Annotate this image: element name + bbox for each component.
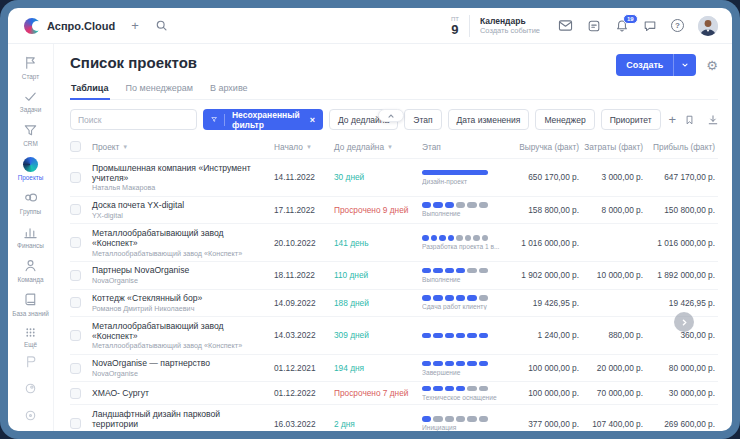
help-icon[interactable]: ? [671, 19, 684, 32]
tab-в-архиве[interactable]: В архиве [209, 83, 249, 99]
table-row[interactable]: Ландшафтный дизайн парковой территорииKr… [70, 405, 718, 431]
filter-chip-close-icon[interactable]: × [310, 115, 315, 125]
sidebar-item-проекты[interactable]: Проекты [8, 153, 53, 187]
project-title[interactable]: Ландшафтный дизайн парковой территории [92, 409, 264, 429]
sidebar-item-ещё[interactable]: Ещё [8, 322, 53, 354]
sidebar-item-старт[interactable]: Старт [8, 51, 53, 85]
sidebar-item-группы[interactable]: Группы [8, 186, 53, 220]
table-row[interactable]: NovaOrganise — партнерствоNovaOrganise01… [70, 355, 718, 383]
sidebar-item-label: Группы [20, 208, 41, 215]
bell-icon[interactable]: 19 [615, 19, 629, 33]
mail-icon[interactable] [558, 19, 573, 32]
funnel-icon [23, 123, 38, 138]
project-title[interactable]: Металлообрабатывающий завод «Конспект» [92, 321, 264, 341]
sidebar-item-label: Проекты [18, 174, 44, 181]
quick-add-icon[interactable]: + [131, 18, 139, 33]
column-header-1[interactable]: Проект▼ [92, 142, 274, 152]
project-title[interactable]: NovaOrganise — партнерство [92, 358, 264, 368]
project-subtitle: NovaOrganise [92, 370, 264, 378]
column-header-2[interactable]: Начало▼ [274, 142, 334, 152]
scroll-right-circle-button[interactable] [674, 312, 694, 332]
disc-icon[interactable] [23, 381, 38, 396]
avatar[interactable] [698, 16, 718, 36]
deadline-status: Просрочено 7 дней [334, 388, 422, 398]
project-title[interactable]: Промышленная компания «Инструмент учител… [92, 163, 264, 183]
scroll-top-pill-button[interactable] [378, 109, 404, 122]
download-icon[interactable] [707, 114, 719, 126]
costs-fact: 107 400,00 р. [582, 419, 646, 429]
row-checkbox[interactable] [70, 388, 81, 399]
row-checkbox[interactable] [70, 204, 81, 215]
row-checkbox[interactable] [70, 363, 81, 374]
project-title[interactable]: Доска почета YX-digital [92, 200, 264, 210]
table-row[interactable]: Коттедж «Стеклянный бор»Романов Дмитрий … [70, 290, 718, 318]
sidebar-item-label: База знаний [12, 310, 49, 317]
stage-label: Сдача работ клиенту [422, 303, 502, 310]
search-icon[interactable] [155, 19, 168, 32]
chat-icon[interactable] [643, 19, 657, 33]
start-date: 14.11.2022 [274, 172, 334, 182]
table-header-row: Проект▼Начало▼До дедлайна▼ЭтапВыручка (ф… [70, 138, 718, 159]
deadline-status: Просрочено 9 дней [334, 205, 422, 215]
table-row[interactable]: Металлообрабатывающий завод «Конспект»Ме… [70, 224, 718, 262]
project-title[interactable]: Коттедж «Стеклянный бор» [92, 293, 264, 303]
row-checkbox[interactable] [70, 172, 81, 183]
unfold-icon[interactable] [731, 114, 732, 126]
page-title: Список проектов [70, 54, 197, 71]
select-all-checkbox[interactable] [70, 141, 81, 152]
deadline-status: 309 дней [334, 330, 422, 340]
project-title[interactable]: Металлообрабатывающий завод «Конспект» [92, 228, 264, 248]
active-filter-chip[interactable]: Несохраненный фильтр × [203, 109, 323, 130]
app-logo[interactable]: Аспро.Cloud [24, 18, 115, 34]
sidebar-item-crm[interactable]: CRM [8, 119, 53, 153]
sidebar-item-база-знаний[interactable]: База знаний [8, 288, 53, 322]
costs-fact: 8 000,00 р. [582, 205, 646, 215]
sidebar-item-команда[interactable]: Команда [8, 254, 53, 288]
filter-button-приоритет[interactable]: Приоритет [601, 109, 661, 130]
stage-label: Дизайн-проект [422, 178, 502, 185]
table-row[interactable]: Доска почета YX-digitalYX-digital17.11.2… [70, 197, 718, 225]
bookmark-icon[interactable] [684, 114, 695, 126]
stage-cell: Выполнение [422, 268, 506, 283]
filter-button-менеджер[interactable]: Менеджер [535, 109, 594, 130]
calendar-date[interactable]: пт 9 [451, 16, 459, 36]
note-icon[interactable] [587, 19, 601, 33]
table-row[interactable]: ХМАО- Сургут01.12.2022Просрочено 7 днейТ… [70, 382, 718, 405]
costs-fact: 3 000,00 р. [582, 172, 646, 182]
project-title[interactable]: Партнеры NovaOrganise [92, 265, 264, 275]
row-checkbox[interactable] [70, 270, 81, 281]
create-button[interactable]: Создать [616, 54, 696, 76]
start-date: 16.03.2022 [274, 419, 334, 429]
filter-button-этап[interactable]: Этап [404, 109, 441, 130]
project-title[interactable]: ХМАО- Сургут [92, 388, 264, 398]
chevron-down-icon[interactable] [674, 61, 696, 69]
project-subtitle: Романов Дмитрий Николаевич [92, 305, 264, 313]
row-checkbox[interactable] [70, 237, 81, 248]
stage-cell: Выполнение [422, 202, 506, 217]
tab-по-менеджерам[interactable]: По менеджерам [125, 83, 194, 99]
settings-gear-icon[interactable]: ⚙ [706, 59, 718, 72]
tab-таблица[interactable]: Таблица [70, 83, 110, 100]
sidebar-item-задачи[interactable]: Задачи [8, 85, 53, 119]
sidebar-item-финансы[interactable]: Финансы [8, 220, 53, 254]
stage-cell: Завершение [422, 361, 506, 376]
row-checkbox[interactable] [70, 418, 81, 429]
table-row[interactable]: Партнеры NovaOrganiseNovaOrganise18.11.2… [70, 262, 718, 290]
profit-fact: 80 000,00 р. [646, 363, 718, 373]
stage-label: Выполнение [422, 210, 502, 217]
revenue-fact: 1 902 000,00 р. [506, 270, 582, 280]
start-date: 14.09.2022 [274, 298, 334, 308]
search-input[interactable] [70, 109, 197, 130]
row-checkbox[interactable] [70, 330, 81, 341]
dot-circle-icon[interactable] [23, 408, 38, 423]
row-checkbox[interactable] [70, 297, 81, 308]
add-filter-icon[interactable]: + [669, 112, 677, 127]
stage-label: Инициация [422, 424, 502, 431]
profit-fact: 1 016 000,00 р. [646, 238, 718, 248]
table-row[interactable]: Металлообрабатывающий завод «Конспект»Ме… [70, 317, 718, 355]
table-row[interactable]: Промышленная компания «Инструмент учител… [70, 159, 718, 197]
filter-button-дата-изменения[interactable]: Дата изменения [448, 109, 530, 130]
column-header-3[interactable]: До дедлайна▼ [334, 142, 422, 152]
calendar-widget[interactable]: Календарь Создать событие [480, 16, 540, 35]
pennant-icon[interactable] [23, 354, 38, 369]
